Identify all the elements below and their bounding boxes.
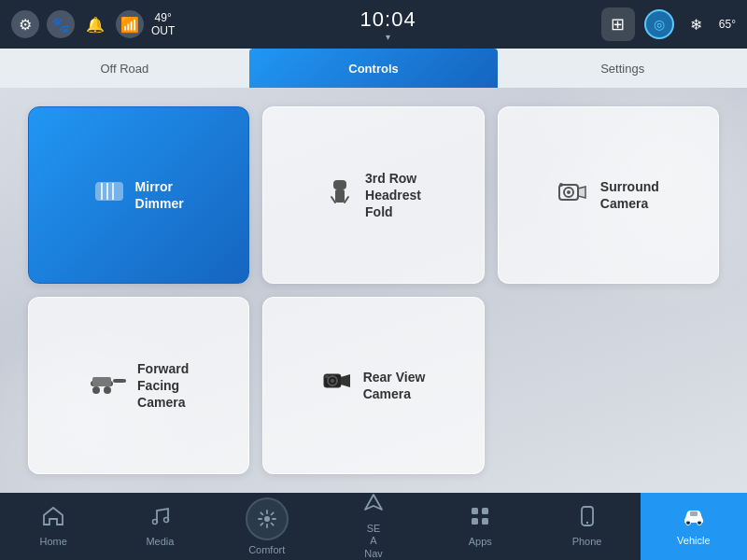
svg-point-24 [164, 518, 169, 523]
vehicle-icon [681, 507, 707, 531]
svg-marker-26 [365, 495, 382, 510]
clock: 10:04 [360, 7, 416, 32]
mirror-dimmer-label: MirrorDimmer [135, 178, 184, 212]
nav-comfort[interactable]: Comfort [214, 493, 320, 560]
nav-phone-label: Phone [572, 536, 602, 547]
surround-camera-label: SurroundCamera [600, 178, 659, 212]
signal-icon: 📶 [116, 10, 144, 38]
svg-point-11 [559, 183, 563, 187]
svg-point-10 [567, 190, 571, 194]
svg-point-13 [92, 386, 100, 394]
car-icon: 🐾 [47, 10, 75, 38]
svg-rect-5 [335, 189, 345, 203]
svg-rect-0 [96, 183, 122, 200]
3rd-row-headrest-label: 3rd RowHeadrestFold [365, 170, 421, 221]
tab-settings[interactable]: Settings [498, 49, 747, 88]
grid-menu-button[interactable]: ⊞ [601, 7, 635, 41]
svg-line-6 [331, 197, 335, 203]
status-left-icons: ⚙ 🐾 🔔 📶 49° OUT [11, 10, 175, 38]
forward-camera-icon [89, 371, 126, 400]
phone-icon [580, 506, 595, 532]
svg-rect-27 [472, 508, 478, 514]
chevron-down-icon[interactable]: ▾ [386, 32, 390, 42]
svg-point-25 [264, 516, 270, 522]
bottom-navigation: Home Media Comfort SEANav [0, 493, 747, 560]
cabin-temp: 65° [719, 18, 736, 31]
svg-point-32 [585, 522, 587, 524]
svg-point-23 [153, 520, 158, 525]
svg-line-7 [345, 197, 348, 203]
nav-phone[interactable]: Phone [533, 493, 640, 560]
svg-rect-28 [482, 508, 488, 514]
nav-home[interactable]: Home [0, 493, 106, 560]
svg-rect-29 [472, 518, 478, 525]
alexa-icon[interactable]: ◎ [644, 9, 674, 39]
music-icon [149, 506, 170, 532]
empty-slot [498, 297, 719, 474]
surround-camera-card[interactable]: SurroundCamera [498, 106, 719, 284]
svg-point-14 [104, 386, 111, 394]
nav-apps-label: Apps [469, 536, 492, 547]
nav-comfort-label: Comfort [248, 544, 285, 555]
tab-controls[interactable]: Controls [249, 49, 499, 88]
nav-nav-label: SEANav [364, 523, 383, 560]
tab-offroad[interactable]: Off Road [0, 49, 249, 88]
mirror-dimmer-icon [94, 179, 124, 212]
3rd-row-headrest-card[interactable]: 3rd RowHeadrestFold [262, 106, 484, 284]
svg-rect-4 [333, 180, 346, 189]
main-content: MirrorDimmer 3rd RowHeadrestFold [0, 88, 747, 493]
svg-rect-35 [690, 511, 698, 516]
nav-apps[interactable]: Apps [427, 493, 533, 560]
fan-icon: ❄ [684, 11, 710, 37]
svg-rect-30 [482, 518, 488, 525]
nav-vehicle[interactable]: Vehicle [641, 493, 747, 560]
nav-vehicle-label: Vehicle [677, 535, 710, 546]
status-bar: ⚙ 🐾 🔔 📶 49° OUT 10:04 ▾ ⊞ ◎ ❄ 65° [0, 0, 747, 49]
svg-point-17 [122, 379, 126, 383]
svg-rect-36 [684, 520, 703, 522]
nav-media-label: Media [146, 536, 174, 547]
nav-nav[interactable]: SEANav [320, 493, 427, 560]
rear-view-camera-card[interactable]: Rear ViewCamera [262, 297, 484, 474]
navigation-icon [363, 493, 384, 519]
status-center: 10:04 ▾ [360, 7, 416, 42]
svg-point-20 [331, 379, 334, 383]
controls-grid: MirrorDimmer 3rd RowHeadrestFold [28, 106, 719, 474]
mirror-dimmer-card[interactable]: MirrorDimmer [28, 106, 249, 284]
apps-icon [470, 506, 490, 532]
forward-facing-camera-label: ForwardFacingCamera [137, 360, 189, 412]
svg-rect-15 [92, 377, 111, 386]
nav-media[interactable]: Media [106, 493, 213, 560]
svg-marker-21 [341, 374, 350, 387]
surround-camera-icon [557, 179, 589, 212]
nav-home-label: Home [39, 536, 66, 547]
bell-icon: 🔔 [82, 11, 108, 37]
svg-rect-22 [325, 375, 329, 378]
tab-navigation: Off Road Controls Settings [0, 49, 747, 88]
wifi-icon: ⚙ [11, 10, 39, 38]
home-icon [42, 506, 64, 532]
headrest-icon [326, 178, 354, 213]
rear-camera-icon [322, 371, 352, 401]
forward-facing-camera-card[interactable]: ForwardFacingCamera [28, 297, 249, 474]
status-right-icons: ⊞ ◎ ❄ 65° [601, 7, 736, 41]
comfort-circle [246, 497, 289, 540]
outside-temp: 49° OUT [151, 11, 175, 38]
rear-view-camera-label: Rear ViewCamera [363, 369, 426, 402]
